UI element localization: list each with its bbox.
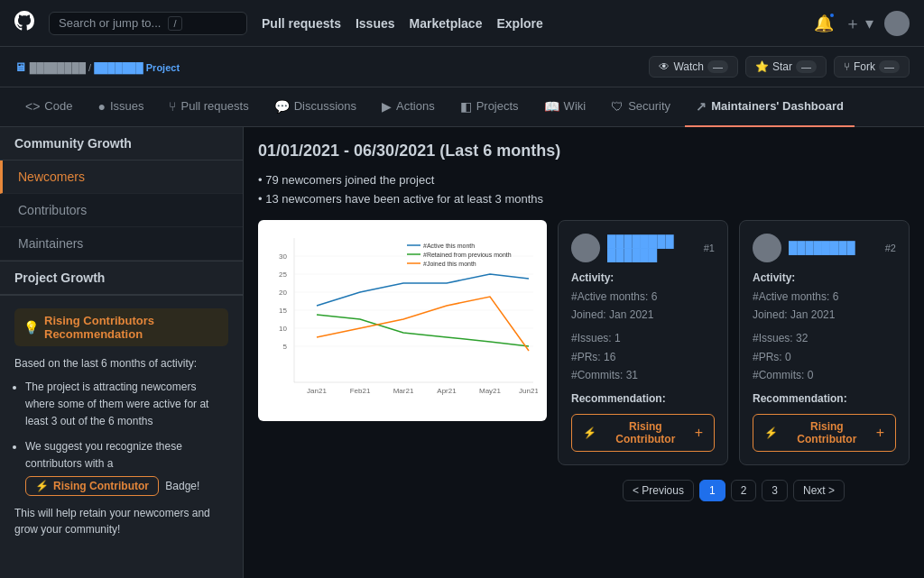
stat-2: 13 newcomers have been active for at lea…	[258, 190, 910, 209]
user-2-recommendation-label: Recommendation:	[753, 392, 896, 405]
create-button[interactable]: ＋ ▾	[845, 13, 873, 34]
star-count: —	[796, 60, 817, 73]
badge-lightning-icon: ⚡	[35, 480, 49, 492]
prev-page-button[interactable]: < Previous	[623, 480, 694, 501]
recommendation-box: 💡 Rising Contributors Recommendation Bas…	[0, 295, 243, 578]
activity-chart: 5 10 15 20 25 30 Jan21 Feb21 Mar21 Apr21…	[267, 229, 538, 409]
user-1-num: #1	[704, 243, 715, 253]
user-2-num: #2	[885, 243, 896, 253]
user-1-commits: #Commits: 31	[571, 366, 715, 384]
user-1-active-months: #Active months: 6	[571, 288, 715, 306]
user-card-1-header: ████████ ██████ #1	[571, 234, 715, 262]
next-page-button[interactable]: Next >	[793, 480, 845, 501]
nav-pull-requests[interactable]: Pull requests	[262, 16, 341, 31]
svg-text:25: 25	[279, 271, 287, 279]
watch-button[interactable]: 👁 Watch —	[649, 56, 738, 78]
tab-discussions[interactable]: 💬 Discussions	[263, 87, 367, 127]
tab-pull-requests[interactable]: ⑂ Pull requests	[158, 87, 259, 127]
svg-text:Feb21: Feb21	[350, 387, 371, 395]
user-2-joined: Joined: Jan 2021	[753, 306, 896, 324]
bulb-icon: 💡	[23, 320, 39, 335]
fork-button[interactable]: ⑂ Fork —	[834, 56, 910, 78]
search-slash: /	[168, 16, 181, 31]
page-2-button[interactable]: 2	[731, 480, 757, 501]
user-2-name[interactable]: ████████	[789, 241, 855, 254]
user-2-plus-icon: +	[876, 425, 884, 441]
tab-code[interactable]: <> Code	[14, 87, 83, 127]
rising-contributor-badge-button[interactable]: ⚡ Rising Contributor	[25, 476, 159, 496]
content-area: 01/01/2021 - 06/30/2021 (Last 6 months) …	[244, 127, 924, 578]
stats-list: 79 newcomers joined the project 13 newco…	[258, 171, 910, 209]
user-2-badge-icon: ⚡	[764, 427, 778, 439]
sidebar-item-contributors[interactable]: Contributors	[0, 194, 243, 227]
tab-wiki[interactable]: 📖 Wiki	[533, 87, 597, 127]
user-2-avatar-row: ████████	[753, 234, 855, 262]
search-text: Search or jump to...	[59, 16, 161, 30]
tab-issues[interactable]: ● Issues	[87, 87, 154, 127]
github-logo[interactable]	[14, 11, 34, 36]
user-1-stats: #Issues: 1 #PRs: 16 #Commits: 31	[571, 329, 715, 384]
tab-actions[interactable]: ▶ Actions	[371, 87, 446, 127]
user-2-prs: #PRs: 0	[753, 348, 896, 366]
user-2-commits: #Commits: 0	[753, 366, 896, 384]
user-1-prs: #PRs: 16	[571, 348, 715, 366]
projects-icon: ◧	[460, 99, 472, 114]
sidebar-item-newcomers[interactable]: Newcomers	[0, 161, 243, 194]
user-card-1: ████████ ██████ #1 Activity: #Active mon…	[558, 220, 728, 465]
chart-container: 5 10 15 20 25 30 Jan21 Feb21 Mar21 Apr21…	[258, 220, 547, 421]
nav-explore[interactable]: Explore	[496, 16, 542, 31]
user-1-activity-label: Activity:	[571, 271, 715, 284]
badge-suffix-text: Badge!	[165, 480, 199, 492]
nav-marketplace[interactable]: Marketplace	[410, 16, 483, 31]
tab-projects[interactable]: ◧ Projects	[449, 87, 530, 127]
user-1-badge-icon: ⚡	[583, 427, 596, 439]
svg-text:Apr21: Apr21	[437, 387, 457, 395]
issues-icon: ●	[97, 99, 105, 114]
top-nav-right: 🔔 ＋ ▾	[814, 11, 910, 36]
svg-text:5: 5	[283, 343, 288, 351]
user-1-issues: #Issues: 1	[571, 329, 715, 347]
user-card-2-header: ████████ #2	[753, 234, 896, 262]
svg-text:#Joined this month: #Joined this month	[423, 261, 476, 267]
actions-icon: ▶	[382, 99, 392, 114]
user-2-rising-contributor-button[interactable]: ⚡ Rising Contributor +	[753, 414, 896, 452]
user-1-plus-icon: +	[695, 425, 703, 441]
svg-text:15: 15	[279, 307, 287, 315]
community-growth-header: Community Growth	[0, 127, 243, 161]
tabs-bar: <> Code ● Issues ⑂ Pull requests 💬 Discu…	[0, 87, 924, 127]
nav-issues[interactable]: Issues	[356, 16, 395, 31]
notification-dot	[828, 12, 836, 19]
user-1-rising-contributor-button[interactable]: ⚡ Rising Contributor +	[571, 414, 715, 452]
user-2-activity-label: Activity:	[753, 271, 896, 284]
user-cards: ████████ ██████ #1 Activity: #Active mon…	[558, 220, 910, 501]
svg-text:May21: May21	[479, 387, 502, 395]
user-2-avatar	[753, 234, 781, 262]
notifications-button[interactable]: 🔔	[814, 14, 834, 33]
user-card-2: ████████ #2 Activity: #Active months: 6 …	[739, 220, 910, 465]
sidebar-item-maintainers[interactable]: Maintainers	[0, 227, 243, 261]
recommendation-based-on: Based on the last 6 months of activity:	[14, 355, 228, 372]
user-1-joined: Joined: Jan 2021	[571, 306, 715, 324]
rec-point-2: We suggest you recognize these contribut…	[25, 438, 228, 496]
tab-maintainers-dashboard[interactable]: ↗ Maintainers' Dashboard	[685, 87, 855, 127]
user-2-issues: #Issues: 32	[753, 329, 896, 347]
content-row: 5 10 15 20 25 30 Jan21 Feb21 Mar21 Apr21…	[258, 220, 910, 501]
user-avatar[interactable]	[884, 11, 910, 36]
main-layout: Community Growth Newcomers Contributors …	[0, 127, 924, 578]
star-button[interactable]: ⭐ Star —	[745, 56, 827, 78]
user-2-active-months: #Active months: 6	[753, 288, 896, 306]
fork-count: —	[879, 60, 900, 73]
repo-breadcrumb[interactable]: 🖥 ████████ / ███████ Project	[14, 60, 180, 74]
page-3-button[interactable]: 3	[762, 480, 788, 501]
page-1-button[interactable]: 1	[699, 480, 725, 501]
user-1-name[interactable]: ████████ ██████	[607, 234, 704, 261]
svg-text:Mar21: Mar21	[393, 387, 414, 395]
search-box[interactable]: Search or jump to... /	[49, 12, 247, 35]
recommendation-list: The project is attracting newcomers wher…	[14, 379, 228, 496]
svg-text:20: 20	[279, 289, 287, 297]
tab-security[interactable]: 🛡 Security	[600, 87, 681, 127]
recommendation-footer: This will help retain your newcomers and…	[14, 505, 228, 537]
repo-action-buttons: 👁 Watch — ⭐ Star — ⑂ Fork —	[649, 56, 910, 78]
rec-point-1: The project is attracting newcomers wher…	[25, 379, 228, 431]
top-nav-links: Pull requests Issues Marketplace Explore	[262, 16, 543, 31]
